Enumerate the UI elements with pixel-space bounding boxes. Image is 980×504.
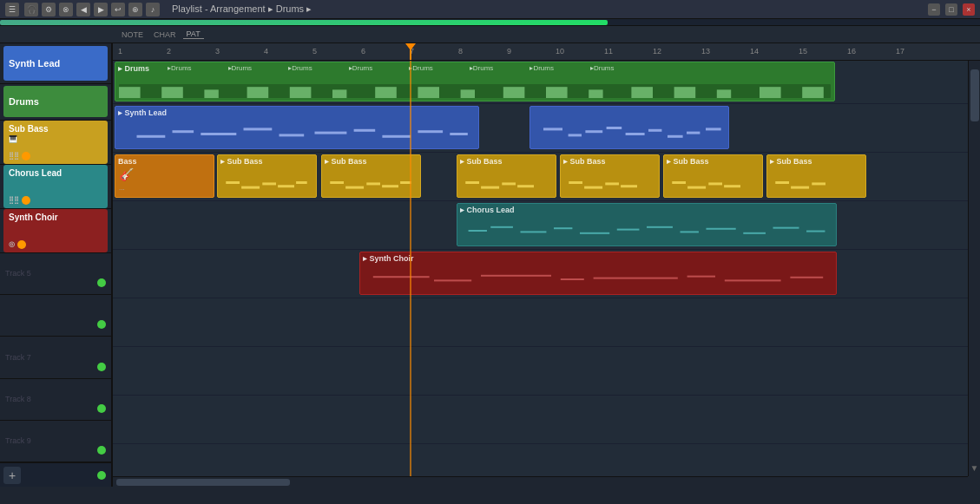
clip-sub-bass-4[interactable]: ▸ Sub Bass [560, 154, 660, 198]
track-label-synth-choir[interactable]: Synth Choir ◎ [3, 209, 108, 252]
svg-rect-11 [589, 89, 602, 98]
track-dot-track6[interactable] [97, 320, 106, 329]
track-dot-sub-bass[interactable] [22, 152, 30, 160]
clip-bass-1[interactable]: Bass 🎸 ··· [115, 154, 214, 198]
svg-rect-65 [580, 232, 609, 234]
ruler-tick-16: 16 [847, 47, 856, 56]
timeline-ruler[interactable]: 1 2 3 4 5 6 7 8 9 10 11 12 13 14 15 16 1… [113, 43, 980, 61]
menu-icon[interactable]: ☰ [5, 3, 19, 16]
svg-rect-74 [434, 279, 471, 281]
add-track-button[interactable]: + [3, 467, 21, 484]
svg-rect-29 [585, 130, 602, 133]
svg-rect-27 [543, 128, 562, 130]
track-row-synth-choir: ▸ Synth Choir [113, 250, 980, 298]
hscroll-thumb[interactable] [116, 479, 290, 486]
svg-rect-59 [791, 187, 809, 189]
track-dot-bottom[interactable] [97, 471, 106, 480]
svg-rect-69 [706, 228, 735, 230]
arrow-right-icon[interactable]: ▶ [94, 3, 108, 16]
snap-icon[interactable]: ⚙ [42, 3, 56, 16]
track-label-drums[interactable]: Drums [3, 86, 108, 117]
svg-rect-7 [418, 87, 439, 98]
progress-bar-area[interactable] [0, 19, 980, 26]
close-button[interactable]: × [963, 3, 975, 16]
track-item-track9[interactable]: Track 9 [0, 421, 111, 462]
minimize-button[interactable]: − [928, 3, 940, 16]
ruler-tick-11: 11 [604, 47, 613, 56]
svg-rect-3 [247, 87, 269, 98]
volume-icon[interactable]: ♪ [146, 3, 160, 16]
track-item-sub-bass[interactable]: Sub Bass 🎹 ⣿⣿ [0, 121, 111, 165]
track-item-drums[interactable]: Drums [0, 84, 111, 121]
track-item-synth-choir[interactable]: Synth Choir ◎ [0, 209, 111, 253]
svg-rect-14 [717, 89, 731, 98]
svg-rect-66 [617, 229, 640, 231]
svg-rect-73 [373, 276, 430, 278]
track-dot-track8[interactable] [97, 404, 106, 413]
track-row-chorus-lead: ▸ Chorus Lead [113, 201, 980, 250]
pat-tab[interactable]: PAT [183, 29, 204, 39]
track-dot-track5[interactable] [97, 278, 106, 287]
svg-rect-43 [366, 182, 380, 185]
ruler-tick-3: 3 [215, 47, 220, 56]
track-dot-synth-choir[interactable] [17, 240, 26, 249]
mini-notes-sub-bass-5 [668, 169, 759, 193]
headphone-icon[interactable]: 🎧 [24, 3, 38, 16]
ruler-tick-10: 10 [556, 47, 564, 56]
track-item-synth-lead[interactable]: Synth Lead [0, 43, 111, 84]
track-label-chorus-lead[interactable]: Chorus Lead ⣿⣿ [3, 165, 108, 208]
svg-rect-12 [631, 87, 653, 98]
titlebar-right: − □ × [928, 3, 975, 16]
horizontal-scrollbar[interactable] [113, 476, 968, 487]
track-row-track5 [113, 298, 980, 347]
track-item-track7[interactable]: Track 7 [0, 337, 111, 378]
svg-rect-31 [626, 133, 645, 135]
loop-icon[interactable]: ↩ [111, 3, 125, 16]
clip-sub-bass-1[interactable]: ▸ Sub Bass [217, 154, 317, 198]
track-dot-chorus-lead[interactable] [22, 196, 30, 205]
svg-rect-50 [569, 181, 582, 184]
mini-notes-sub-bass-1 [221, 169, 312, 193]
svg-rect-52 [605, 182, 619, 185]
zoom-icon[interactable]: ⊕ [128, 3, 142, 16]
mini-notes-synth-choir [364, 266, 832, 291]
clip-sub-bass-5[interactable]: ▸ Sub Bass [663, 154, 763, 198]
svg-rect-15 [760, 87, 781, 98]
vertical-scrollbar[interactable]: ▼ [968, 61, 980, 476]
clip-drums-full[interactable]: ▸ Drums ▸Drums ▸Drums ▸Drums ▸Drums ▸Dru… [115, 62, 835, 101]
vscroll-thumb[interactable] [970, 69, 979, 121]
clip-synth-lead-1[interactable]: ▸ Synth Lead [115, 106, 479, 149]
track-item-track8[interactable]: Track 8 [0, 379, 111, 421]
clip-synth-choir[interactable]: ▸ Synth Choir [359, 252, 837, 295]
arrow-left-icon[interactable]: ◀ [76, 3, 90, 16]
note-tab[interactable]: NOTE [118, 30, 147, 39]
svg-rect-80 [790, 277, 823, 278]
svg-rect-67 [647, 226, 673, 228]
svg-rect-33 [668, 135, 683, 138]
clip-chorus-lead[interactable]: ▸ Chorus Lead [457, 203, 837, 246]
svg-rect-40 [296, 181, 307, 184]
svg-rect-45 [400, 181, 411, 184]
track-dot-track9[interactable] [97, 446, 106, 455]
clip-sub-bass-2[interactable]: ▸ Sub Bass [321, 154, 421, 198]
track-item-track5[interactable]: Track 5 [0, 253, 111, 295]
maximize-button[interactable]: □ [945, 3, 957, 16]
clip-synth-lead-2[interactable] [529, 106, 729, 149]
clip-sub-bass-3[interactable]: ▸ Sub Bass [457, 154, 556, 198]
svg-rect-38 [262, 182, 276, 185]
mini-notes-sub-bass-3 [461, 169, 552, 193]
clip-sub-bass-6[interactable]: ▸ Sub Bass [766, 154, 866, 198]
char-tab[interactable]: CHAR [150, 30, 180, 39]
track-list: Synth Lead Drums Sub Bass 🎹 ⣿⣿ [0, 43, 113, 487]
scroll-down-icon[interactable]: ▼ [969, 463, 980, 473]
track-row-bass: Bass 🎸 ··· ▸ Sub Bass [113, 153, 980, 201]
mute-icon[interactable]: ⊗ [59, 3, 73, 16]
playhead-triangle [405, 43, 416, 50]
track-row-track8 [113, 444, 980, 476]
track-dot-track7[interactable] [97, 363, 106, 371]
track-item-track6[interactable] [0, 295, 111, 337]
track-item-chorus-lead[interactable]: Chorus Lead ⣿⣿ [0, 165, 111, 209]
track-label-synth-lead[interactable]: Synth Lead [3, 46, 108, 81]
drums-viz [119, 84, 831, 98]
track-label-sub-bass[interactable]: Sub Bass 🎹 ⣿⣿ [3, 121, 108, 164]
